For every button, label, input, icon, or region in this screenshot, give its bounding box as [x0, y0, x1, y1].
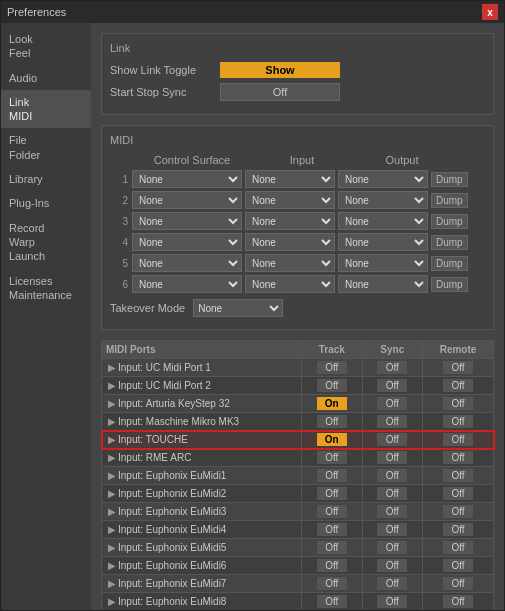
dump-button[interactable]: Dump	[431, 256, 468, 271]
port-track-toggle[interactable]: Off	[317, 595, 347, 608]
port-remote-toggle[interactable]: Off	[443, 595, 473, 608]
port-sync-toggle[interactable]: Off	[377, 379, 407, 392]
port-sync-toggle[interactable]: Off	[377, 523, 407, 536]
midi-in-select[interactable]: None	[245, 212, 335, 230]
port-sync-toggle[interactable]: Off	[377, 397, 407, 410]
expand-button[interactable]: ▶	[106, 452, 118, 463]
port-remote-toggle[interactable]: Off	[443, 523, 473, 536]
port-track-toggle[interactable]: Off	[317, 505, 347, 518]
port-remote-toggle[interactable]: Off	[443, 577, 473, 590]
midi-out-select[interactable]: None	[338, 233, 428, 251]
port-track-toggle[interactable]: On	[317, 433, 347, 446]
port-sync-toggle[interactable]: Off	[377, 415, 407, 428]
port-remote-toggle[interactable]: Off	[443, 361, 473, 374]
dump-button[interactable]: Dump	[431, 193, 468, 208]
port-remote-toggle[interactable]: Off	[443, 433, 473, 446]
port-track-toggle[interactable]: Off	[317, 487, 347, 500]
midi-out-select[interactable]: None	[338, 170, 428, 188]
close-button[interactable]: x	[482, 4, 498, 20]
expand-button[interactable]: ▶	[106, 416, 118, 427]
midi-out-select[interactable]: None	[338, 275, 428, 293]
midi-in-select[interactable]: None	[245, 191, 335, 209]
expand-button[interactable]: ▶	[106, 596, 118, 607]
start-stop-sync-button[interactable]: Off	[220, 83, 340, 101]
port-remote-toggle[interactable]: Off	[443, 451, 473, 464]
port-sync-toggle[interactable]: Off	[377, 361, 407, 374]
dump-button[interactable]: Dump	[431, 235, 468, 250]
dump-button[interactable]: Dump	[431, 172, 468, 187]
midi-in-select[interactable]: None	[245, 275, 335, 293]
port-track-toggle[interactable]: Off	[317, 559, 347, 572]
dump-button[interactable]: Dump	[431, 214, 468, 229]
midi-out-select[interactable]: None	[338, 191, 428, 209]
port-sync-toggle[interactable]: Off	[377, 451, 407, 464]
port-remote-toggle[interactable]: Off	[443, 505, 473, 518]
midi-cs-select[interactable]: None	[132, 212, 242, 230]
port-sync-toggle[interactable]: Off	[377, 433, 407, 446]
midi-out-select[interactable]: None	[338, 212, 428, 230]
port-remote-toggle[interactable]: Off	[443, 415, 473, 428]
port-track-toggle[interactable]: Off	[317, 379, 347, 392]
dump-button[interactable]: Dump	[431, 277, 468, 292]
expand-button[interactable]: ▶	[106, 434, 118, 445]
sidebar-item-file-folder[interactable]: File Folder	[1, 128, 91, 167]
port-sync-toggle[interactable]: Off	[377, 469, 407, 482]
port-track-toggle[interactable]: Off	[317, 469, 347, 482]
port-type: Input:	[118, 470, 146, 481]
port-remote-toggle[interactable]: Off	[443, 469, 473, 482]
midi-in-select[interactable]: None	[245, 233, 335, 251]
midi-in-select[interactable]: None	[245, 170, 335, 188]
ports-table-body: ▶ Input: UC Midi Port 1 Off Off Off ▶ In…	[102, 359, 494, 611]
midi-cs-select[interactable]: None	[132, 191, 242, 209]
port-track-toggle[interactable]: Off	[317, 415, 347, 428]
port-sync-toggle[interactable]: Off	[377, 505, 407, 518]
port-sync-cell: Off	[362, 359, 423, 377]
expand-button[interactable]: ▶	[106, 362, 118, 373]
port-track-toggle[interactable]: Off	[317, 523, 347, 536]
midi-in-select[interactable]: None	[245, 254, 335, 272]
port-remote-toggle[interactable]: Off	[443, 397, 473, 410]
midi-cs-select[interactable]: None	[132, 254, 242, 272]
sidebar-item-link-midi[interactable]: Link MIDI	[1, 90, 91, 129]
expand-button[interactable]: ▶	[106, 488, 118, 499]
expand-button[interactable]: ▶	[106, 542, 118, 553]
port-remote-toggle[interactable]: Off	[443, 379, 473, 392]
show-link-toggle-button[interactable]: Show	[220, 62, 340, 78]
midi-cs-select[interactable]: None	[132, 170, 242, 188]
port-sync-toggle[interactable]: Off	[377, 595, 407, 608]
sidebar-item-look[interactable]: Look Feel	[1, 27, 91, 66]
port-name-cell: ▶ Input: Euphonix EuMidi6	[102, 557, 302, 575]
midi-out-select[interactable]: None	[338, 254, 428, 272]
expand-button[interactable]: ▶	[106, 470, 118, 481]
port-row: ▶ Input: Euphonix EuMidi6 Off Off Off	[102, 557, 494, 575]
midi-cs-select[interactable]: None	[132, 233, 242, 251]
expand-button[interactable]: ▶	[106, 398, 118, 409]
expand-button[interactable]: ▶	[106, 578, 118, 589]
port-track-toggle[interactable]: Off	[317, 361, 347, 374]
port-sync-toggle[interactable]: Off	[377, 577, 407, 590]
sidebar-item-plugins[interactable]: Plug-Ins	[1, 191, 91, 215]
sidebar-item-library[interactable]: Library	[1, 167, 91, 191]
port-remote-toggle[interactable]: Off	[443, 541, 473, 554]
port-remote-cell: Off	[423, 485, 494, 503]
port-track-cell: Off	[302, 593, 363, 611]
port-remote-toggle[interactable]: Off	[443, 487, 473, 500]
port-track-toggle[interactable]: On	[317, 397, 347, 410]
port-sync-toggle[interactable]: Off	[377, 487, 407, 500]
port-track-toggle[interactable]: Off	[317, 541, 347, 554]
port-name: Euphonix EuMidi7	[146, 578, 227, 589]
expand-button[interactable]: ▶	[106, 506, 118, 517]
port-sync-toggle[interactable]: Off	[377, 541, 407, 554]
expand-button[interactable]: ▶	[106, 560, 118, 571]
sidebar-item-audio[interactable]: Audio	[1, 66, 91, 90]
sidebar-item-licenses-maintenance[interactable]: Licenses Maintenance	[1, 269, 91, 308]
port-track-toggle[interactable]: Off	[317, 577, 347, 590]
expand-button[interactable]: ▶	[106, 524, 118, 535]
expand-button[interactable]: ▶	[106, 380, 118, 391]
port-track-toggle[interactable]: Off	[317, 451, 347, 464]
takeover-select[interactable]: None	[193, 299, 283, 317]
midi-cs-select[interactable]: None	[132, 275, 242, 293]
port-remote-toggle[interactable]: Off	[443, 559, 473, 572]
port-sync-toggle[interactable]: Off	[377, 559, 407, 572]
sidebar-item-record-warp-launch[interactable]: Record Warp Launch	[1, 216, 91, 269]
